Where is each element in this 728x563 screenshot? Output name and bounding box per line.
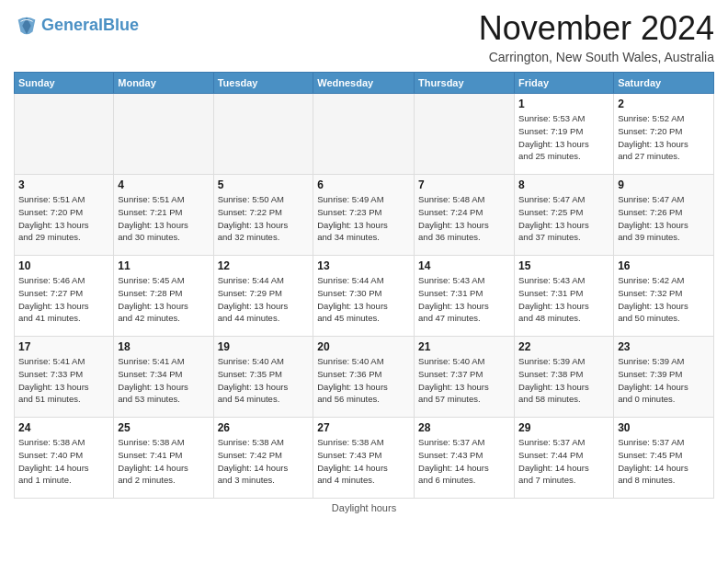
calendar-cell-1-3: 6Sunrise: 5:49 AM Sunset: 7:23 PM Daylig…: [313, 175, 415, 256]
calendar-cell-3-5: 22Sunrise: 5:39 AM Sunset: 7:38 PM Dayli…: [515, 337, 614, 418]
day-number: 16: [618, 259, 710, 272]
day-number: 3: [18, 178, 109, 191]
day-info: Sunrise: 5:41 AM Sunset: 7:34 PM Dayligh…: [118, 355, 209, 406]
day-info: Sunrise: 5:38 AM Sunset: 7:43 PM Dayligh…: [317, 436, 410, 487]
calendar-cell-2-3: 13Sunrise: 5:44 AM Sunset: 7:30 PM Dayli…: [313, 256, 415, 337]
day-number: 29: [518, 421, 609, 434]
logo-text: GeneralBlue: [41, 16, 139, 36]
day-info: Sunrise: 5:44 AM Sunset: 7:30 PM Dayligh…: [317, 274, 410, 325]
day-info: Sunrise: 5:51 AM Sunset: 7:21 PM Dayligh…: [118, 193, 209, 244]
day-number: 12: [218, 259, 310, 272]
calendar-cell-0-4: [415, 94, 515, 175]
calendar-cell-0-2: [213, 94, 313, 175]
calendar-cell-4-1: 25Sunrise: 5:38 AM Sunset: 7:41 PM Dayli…: [114, 418, 213, 499]
day-number: 28: [418, 421, 510, 434]
calendar-cell-4-6: 30Sunrise: 5:37 AM Sunset: 7:45 PM Dayli…: [614, 418, 714, 499]
calendar-cell-4-3: 27Sunrise: 5:38 AM Sunset: 7:43 PM Dayli…: [313, 418, 415, 499]
header-friday: Friday: [515, 73, 614, 94]
calendar-cell-1-5: 8Sunrise: 5:47 AM Sunset: 7:25 PM Daylig…: [515, 175, 614, 256]
header-thursday: Thursday: [415, 73, 515, 94]
calendar-cell-3-6: 23Sunrise: 5:39 AM Sunset: 7:39 PM Dayli…: [614, 337, 714, 418]
day-number: 27: [317, 421, 410, 434]
day-number: 24: [18, 421, 109, 434]
calendar-cell-1-0: 3Sunrise: 5:51 AM Sunset: 7:20 PM Daylig…: [15, 175, 114, 256]
title-area: November 2024 Carrington, New South Wale…: [479, 9, 714, 64]
calendar-cell-0-3: [313, 94, 415, 175]
day-number: 7: [418, 178, 510, 191]
day-info: Sunrise: 5:45 AM Sunset: 7:28 PM Dayligh…: [118, 274, 209, 325]
day-info: Sunrise: 5:38 AM Sunset: 7:40 PM Dayligh…: [18, 436, 109, 487]
day-number: 20: [317, 340, 410, 353]
calendar-week-3: 10Sunrise: 5:46 AM Sunset: 7:27 PM Dayli…: [15, 256, 714, 337]
day-number: 5: [218, 178, 310, 191]
day-info: Sunrise: 5:42 AM Sunset: 7:32 PM Dayligh…: [618, 274, 710, 325]
day-info: Sunrise: 5:40 AM Sunset: 7:35 PM Dayligh…: [218, 355, 310, 406]
day-info: Sunrise: 5:51 AM Sunset: 7:20 PM Dayligh…: [18, 193, 109, 244]
day-number: 19: [218, 340, 310, 353]
day-number: 25: [118, 421, 209, 434]
calendar-cell-0-1: [114, 94, 213, 175]
day-number: 14: [418, 259, 510, 272]
day-number: 9: [618, 178, 710, 191]
day-info: Sunrise: 5:37 AM Sunset: 7:44 PM Dayligh…: [518, 436, 609, 487]
calendar-cell-2-4: 14Sunrise: 5:43 AM Sunset: 7:31 PM Dayli…: [415, 256, 515, 337]
calendar-cell-3-0: 17Sunrise: 5:41 AM Sunset: 7:33 PM Dayli…: [15, 337, 114, 418]
calendar-week-5: 24Sunrise: 5:38 AM Sunset: 7:40 PM Dayli…: [15, 418, 714, 499]
calendar-cell-3-2: 19Sunrise: 5:40 AM Sunset: 7:35 PM Dayli…: [213, 337, 313, 418]
day-info: Sunrise: 5:52 AM Sunset: 7:20 PM Dayligh…: [618, 112, 710, 163]
day-info: Sunrise: 5:43 AM Sunset: 7:31 PM Dayligh…: [418, 274, 510, 325]
calendar-table: Sunday Monday Tuesday Wednesday Thursday…: [14, 72, 714, 499]
calendar-cell-4-2: 26Sunrise: 5:38 AM Sunset: 7:42 PM Dayli…: [213, 418, 313, 499]
day-number: 15: [518, 259, 609, 272]
calendar-page: GeneralBlue November 2024 Carrington, Ne…: [0, 0, 728, 563]
day-info: Sunrise: 5:53 AM Sunset: 7:19 PM Dayligh…: [518, 112, 609, 163]
calendar-cell-2-0: 10Sunrise: 5:46 AM Sunset: 7:27 PM Dayli…: [15, 256, 114, 337]
calendar-cell-1-4: 7Sunrise: 5:48 AM Sunset: 7:24 PM Daylig…: [415, 175, 515, 256]
logo-icon: [14, 13, 40, 39]
calendar-cell-4-0: 24Sunrise: 5:38 AM Sunset: 7:40 PM Dayli…: [15, 418, 114, 499]
day-info: Sunrise: 5:37 AM Sunset: 7:45 PM Dayligh…: [618, 436, 710, 487]
day-info: Sunrise: 5:38 AM Sunset: 7:41 PM Dayligh…: [118, 436, 209, 487]
logo: GeneralBlue: [14, 13, 139, 39]
calendar-cell-3-1: 18Sunrise: 5:41 AM Sunset: 7:34 PM Dayli…: [114, 337, 213, 418]
day-number: 17: [18, 340, 109, 353]
day-info: Sunrise: 5:49 AM Sunset: 7:23 PM Dayligh…: [317, 193, 410, 244]
day-info: Sunrise: 5:39 AM Sunset: 7:39 PM Dayligh…: [618, 355, 710, 406]
day-number: 26: [218, 421, 310, 434]
calendar-cell-3-4: 21Sunrise: 5:40 AM Sunset: 7:37 PM Dayli…: [415, 337, 515, 418]
day-info: Sunrise: 5:37 AM Sunset: 7:43 PM Dayligh…: [418, 436, 510, 487]
day-info: Sunrise: 5:47 AM Sunset: 7:25 PM Dayligh…: [518, 193, 609, 244]
day-number: 18: [118, 340, 209, 353]
calendar-cell-1-1: 4Sunrise: 5:51 AM Sunset: 7:21 PM Daylig…: [114, 175, 213, 256]
day-number: 6: [317, 178, 410, 191]
day-number: 21: [418, 340, 510, 353]
day-number: 1: [518, 98, 609, 110]
day-info: Sunrise: 5:46 AM Sunset: 7:27 PM Dayligh…: [18, 274, 109, 325]
calendar-cell-1-2: 5Sunrise: 5:50 AM Sunset: 7:22 PM Daylig…: [213, 175, 313, 256]
header-tuesday: Tuesday: [213, 73, 313, 94]
header-monday: Monday: [114, 73, 213, 94]
day-info: Sunrise: 5:47 AM Sunset: 7:26 PM Dayligh…: [618, 193, 710, 244]
page-header: GeneralBlue November 2024 Carrington, Ne…: [14, 9, 714, 64]
calendar-cell-3-3: 20Sunrise: 5:40 AM Sunset: 7:36 PM Dayli…: [313, 337, 415, 418]
calendar-cell-4-5: 29Sunrise: 5:37 AM Sunset: 7:44 PM Dayli…: [515, 418, 614, 499]
calendar-cell-4-4: 28Sunrise: 5:37 AM Sunset: 7:43 PM Dayli…: [415, 418, 515, 499]
calendar-header-row: Sunday Monday Tuesday Wednesday Thursday…: [15, 73, 714, 94]
calendar-cell-2-5: 15Sunrise: 5:43 AM Sunset: 7:31 PM Dayli…: [515, 256, 614, 337]
day-info: Sunrise: 5:40 AM Sunset: 7:36 PM Dayligh…: [317, 355, 410, 406]
month-title: November 2024: [479, 9, 714, 48]
day-number: 11: [118, 259, 209, 272]
header-sunday: Sunday: [15, 73, 114, 94]
location: Carrington, New South Wales, Australia: [479, 50, 714, 64]
calendar-week-1: 1Sunrise: 5:53 AM Sunset: 7:19 PM Daylig…: [15, 94, 714, 175]
header-saturday: Saturday: [614, 73, 714, 94]
day-info: Sunrise: 5:48 AM Sunset: 7:24 PM Dayligh…: [418, 193, 510, 244]
calendar-week-4: 17Sunrise: 5:41 AM Sunset: 7:33 PM Dayli…: [15, 337, 714, 418]
calendar-cell-2-6: 16Sunrise: 5:42 AM Sunset: 7:32 PM Dayli…: [614, 256, 714, 337]
calendar-cell-0-6: 2Sunrise: 5:52 AM Sunset: 7:20 PM Daylig…: [614, 94, 714, 175]
day-number: 4: [118, 178, 209, 191]
day-info: Sunrise: 5:41 AM Sunset: 7:33 PM Dayligh…: [18, 355, 109, 406]
day-number: 30: [618, 421, 710, 434]
calendar-week-2: 3Sunrise: 5:51 AM Sunset: 7:20 PM Daylig…: [15, 175, 714, 256]
day-info: Sunrise: 5:50 AM Sunset: 7:22 PM Dayligh…: [218, 193, 310, 244]
